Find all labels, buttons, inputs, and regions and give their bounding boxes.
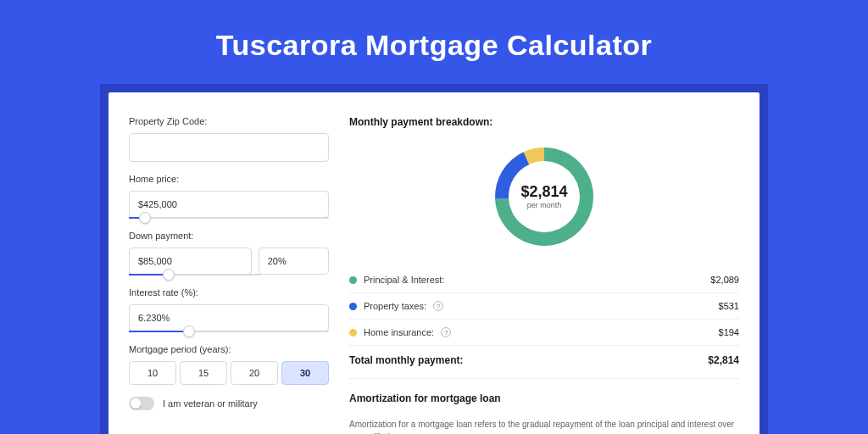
amortization-text: Amortization for a mortgage loan refers … xyxy=(349,418,739,434)
down-pct-input[interactable] xyxy=(259,248,329,275)
legend-value: $194 xyxy=(719,327,739,337)
period-group: Mortgage period (years): 10152030 xyxy=(129,344,329,385)
period-btn-15[interactable]: 15 xyxy=(180,361,227,385)
page-title: Tuscarora Mortgage Calculator xyxy=(0,0,868,84)
breakdown-column: Monthly payment breakdown: $2,814per mon… xyxy=(349,116,739,434)
legend-swatch xyxy=(349,276,357,284)
donut-label: per month xyxy=(527,201,562,209)
breakdown-title: Monthly payment breakdown: xyxy=(349,116,739,128)
legend-swatch xyxy=(349,329,357,337)
donut-chart: $2,814per month xyxy=(349,142,739,252)
amortization-title: Amortization for mortgage loan xyxy=(349,392,739,404)
down-slider[interactable] xyxy=(129,274,261,275)
legend: Principal & Interest:$2,089Property taxe… xyxy=(349,267,739,346)
veteran-label: I am veteran or military xyxy=(163,398,258,409)
down-slider-thumb[interactable] xyxy=(163,269,175,281)
legend-swatch xyxy=(349,303,357,310)
info-icon[interactable]: ? xyxy=(441,327,451,337)
info-icon[interactable]: ? xyxy=(433,301,443,311)
down-label: Down payment: xyxy=(129,231,329,241)
rate-slider[interactable] xyxy=(129,331,329,332)
down-group: Down payment: xyxy=(129,231,329,275)
price-input[interactable] xyxy=(129,191,329,218)
legend-label: Home insurance: xyxy=(364,327,434,337)
down-amount-input[interactable] xyxy=(129,248,252,275)
price-label: Home price: xyxy=(129,174,329,184)
legend-label: Property taxes: xyxy=(364,301,426,311)
price-group: Home price: xyxy=(129,174,329,219)
legend-row-2: Home insurance:?$194 xyxy=(349,320,739,346)
price-slider[interactable] xyxy=(129,217,329,219)
card-shadow: Property Zip Code: Home price: Down paym… xyxy=(100,84,768,434)
period-btn-30[interactable]: 30 xyxy=(281,361,329,385)
rate-group: Interest rate (%): xyxy=(129,287,329,332)
period-buttons: 10152030 xyxy=(129,361,329,385)
zip-group: Property Zip Code: xyxy=(129,116,329,162)
form-column: Property Zip Code: Home price: Down paym… xyxy=(129,116,329,434)
legend-value: $531 xyxy=(719,301,739,311)
donut-amount: $2,814 xyxy=(520,183,567,200)
total-value: $2,814 xyxy=(708,354,739,366)
price-slider-thumb[interactable] xyxy=(139,212,151,224)
veteran-row: I am veteran or military xyxy=(129,397,329,410)
rate-slider-thumb[interactable] xyxy=(183,326,195,337)
legend-value: $2,089 xyxy=(710,275,739,285)
veteran-toggle[interactable] xyxy=(129,397,154,410)
calculator-card: Property Zip Code: Home price: Down paym… xyxy=(108,92,760,434)
zip-input[interactable] xyxy=(129,133,329,162)
total-label: Total monthly payment: xyxy=(349,354,463,366)
period-label: Mortgage period (years): xyxy=(129,344,329,354)
legend-row-1: Property taxes:?$531 xyxy=(349,293,739,320)
total-row: Total monthly payment: $2,814 xyxy=(349,346,739,378)
zip-label: Property Zip Code: xyxy=(129,116,329,126)
amortization-section: Amortization for mortgage loan Amortizat… xyxy=(349,378,739,434)
legend-row-0: Principal & Interest:$2,089 xyxy=(349,267,739,293)
rate-input[interactable] xyxy=(129,304,329,331)
rate-label: Interest rate (%): xyxy=(129,287,329,298)
period-btn-10[interactable]: 10 xyxy=(129,361,176,385)
donut-svg: $2,814per month xyxy=(489,142,599,252)
period-btn-20[interactable]: 20 xyxy=(231,361,278,385)
legend-label: Principal & Interest: xyxy=(364,275,444,285)
